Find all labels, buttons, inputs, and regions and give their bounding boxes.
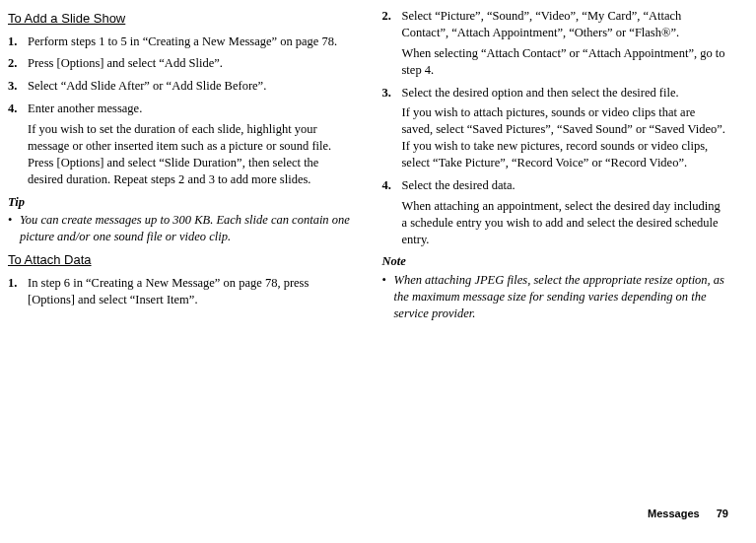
step-subtext: If you wish to attach pictures, sounds o…	[402, 104, 729, 171]
step-subtext: When attaching an appointment, select th…	[402, 198, 729, 248]
list-item: 3. Select “Add Slide After” or “Add Slid…	[8, 78, 355, 95]
step-number: 1.	[8, 275, 17, 292]
list-item: 1. In step 6 in “Creating a New Message”…	[8, 275, 355, 308]
right-column: 2. Select “Picture”, “Sound”, “Video”, “…	[382, 8, 729, 328]
footer-page-number: 79	[717, 508, 728, 519]
tip-label: Tip	[8, 194, 355, 211]
list-item: 2. Press [Options] and select “Add Slide…	[8, 55, 355, 72]
step-number: 1.	[8, 34, 17, 50]
section-title-add-slide-show: To Add a Slide Show	[8, 10, 355, 28]
step-text: In step 6 in “Creating a New Message” on…	[28, 275, 355, 308]
list-item: 4. Select the desired data. When attachi…	[382, 177, 729, 248]
attach-data-steps: 1. In step 6 in “Creating a New Message”…	[8, 275, 355, 308]
section-title-attach-data: To Attach Data	[8, 251, 355, 269]
bullet-icon: •	[8, 212, 12, 229]
step-text: Select the desired option and then selec…	[402, 85, 729, 102]
step-text: Select the desired data.	[402, 177, 729, 194]
step-number: 2.	[382, 8, 391, 25]
note-label: Note	[382, 253, 729, 270]
left-column: To Add a Slide Show 1. Perform steps 1 t…	[8, 8, 355, 328]
step-number: 4.	[8, 101, 17, 117]
step-number: 4.	[382, 177, 391, 194]
step-number: 3.	[8, 78, 17, 95]
attach-data-steps-cont: 2. Select “Picture”, “Sound”, “Video”, “…	[382, 8, 729, 247]
tip-list: • You can create messages up to 300 KB. …	[8, 212, 355, 245]
step-number: 3.	[382, 85, 391, 102]
list-item: 2. Select “Picture”, “Sound”, “Video”, “…	[382, 8, 729, 79]
add-slide-steps: 1. Perform steps 1 to 5 in “Creating a N…	[8, 34, 355, 188]
bullet-icon: •	[382, 272, 386, 289]
footer-section-label: Messages	[648, 508, 700, 519]
list-item: 1. Perform steps 1 to 5 in “Creating a N…	[8, 34, 355, 50]
tip-text: You can create messages up to 300 KB. Ea…	[20, 213, 350, 243]
list-item: 3. Select the desired option and then se…	[382, 85, 729, 171]
step-text: Enter another message.	[28, 101, 355, 117]
step-subtext: If you wish to set the duration of each …	[28, 121, 355, 188]
step-text: Perform steps 1 to 5 in “Creating a New …	[28, 34, 355, 50]
step-number: 2.	[8, 55, 17, 72]
step-text: Press [Options] and select “Add Slide”.	[28, 55, 355, 72]
tip-item: • You can create messages up to 300 KB. …	[8, 212, 355, 245]
step-text: Select “Picture”, “Sound”, “Video”, “My …	[402, 8, 729, 41]
note-list: • When attaching JPEG files, select the …	[382, 272, 729, 322]
note-item: • When attaching JPEG files, select the …	[382, 272, 729, 322]
list-item: 4. Enter another message. If you wish to…	[8, 101, 355, 187]
step-subtext: When selecting “Attach Contact” or “Atta…	[402, 45, 729, 79]
page-footer: Messages 79	[648, 507, 728, 521]
step-text: Select “Add Slide After” or “Add Slide B…	[28, 78, 355, 95]
note-text: When attaching JPEG files, select the ap…	[394, 273, 724, 320]
